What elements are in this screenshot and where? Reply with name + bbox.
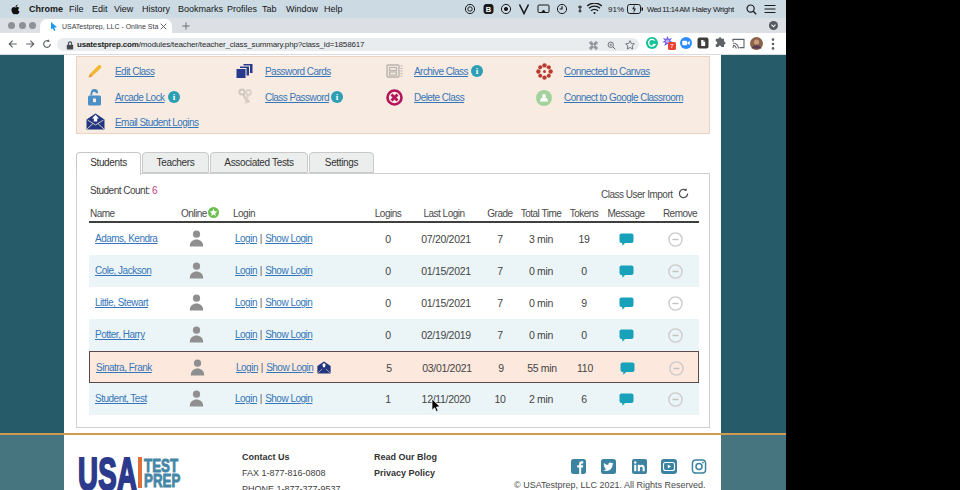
svg-text:B: B <box>486 5 492 14</box>
